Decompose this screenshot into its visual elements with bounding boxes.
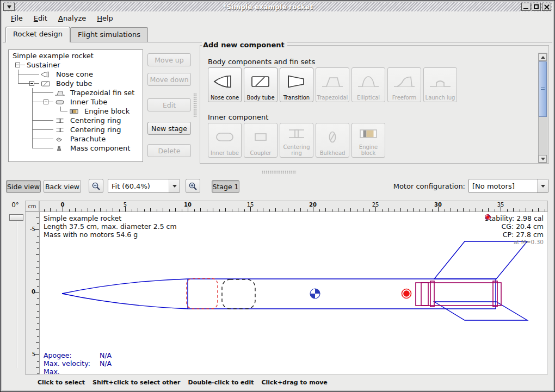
tree-row[interactable]: Inner Tube bbox=[11, 97, 143, 107]
move-down-button[interactable]: Move down bbox=[147, 73, 191, 86]
add-centering-ring-button[interactable]: Centering ring bbox=[280, 123, 313, 158]
component-button-label: Elliptical bbox=[357, 95, 380, 101]
status-hint: Click+drag to move bbox=[261, 379, 327, 386]
ruler-label: 5 bbox=[26, 351, 35, 357]
add-launch-lug-button[interactable]: Launch lug bbox=[423, 67, 457, 102]
rocket-canvas[interactable]: Simple example rocketLength 37.5 cm, max… bbox=[39, 211, 548, 375]
flight-stat-row: Apogee:N/A bbox=[44, 351, 112, 359]
rotation-slider-thumb[interactable] bbox=[9, 214, 23, 221]
ruler-label: 35 bbox=[495, 202, 507, 208]
flight-stats: Apogee:N/AMax. velocity:N/AMax. accelera… bbox=[44, 351, 112, 375]
flight-stat-row: Max. velocity:N/A bbox=[44, 359, 112, 368]
tree-row[interactable]: Parachute bbox=[11, 134, 143, 144]
motor-configuration-select[interactable]: [No motors] bbox=[468, 179, 548, 193]
rocket-design-panel: Simple example rocketSustainerNose coneB… bbox=[3, 42, 552, 170]
mach-note: at M=0.30 bbox=[485, 239, 544, 246]
component-button-label: Transition bbox=[283, 95, 310, 101]
status-hint: Click to select bbox=[38, 379, 85, 386]
horizontal-splitter-grip[interactable] bbox=[262, 170, 297, 173]
add-body-tube-button[interactable]: Body tube bbox=[244, 67, 278, 102]
add-elliptical-button[interactable]: Elliptical bbox=[351, 67, 385, 102]
close-button[interactable] bbox=[542, 3, 551, 11]
cp-marker bbox=[402, 289, 411, 298]
move-up-button[interactable]: Move up bbox=[147, 53, 191, 66]
tree-expander[interactable] bbox=[15, 63, 20, 67]
arrow-up-icon bbox=[541, 56, 545, 59]
edit-button[interactable]: Edit bbox=[147, 98, 191, 111]
component-button-label: Engine block bbox=[352, 144, 385, 156]
menu-item-edit[interactable]: Edit bbox=[29, 13, 52, 24]
tree-row[interactable]: Centering ring bbox=[11, 125, 143, 134]
component-button-label: Freeform bbox=[392, 95, 417, 101]
vertical-splitter-grip[interactable] bbox=[193, 93, 197, 117]
ruler-label: -5 bbox=[26, 226, 35, 232]
body-tube-icon bbox=[39, 80, 52, 88]
magnifier-minus-icon bbox=[91, 182, 101, 191]
stability-legend: Stability: 2.98 cal CG: 20.4 cm CP: 27.8… bbox=[485, 214, 544, 246]
ruler-unit-label: cm bbox=[25, 201, 39, 211]
new-stage-button[interactable]: New stage bbox=[147, 122, 191, 135]
tree-row[interactable]: Trapezoidal fin set bbox=[11, 88, 143, 97]
tree-expander[interactable] bbox=[44, 99, 48, 104]
rotation-slider-track[interactable] bbox=[16, 216, 17, 368]
horizontal-splitter[interactable] bbox=[3, 170, 552, 174]
tree-label: Trapezoidal fin set bbox=[70, 89, 134, 97]
tree-row[interactable]: Mass component bbox=[11, 144, 143, 153]
window-menu-button[interactable] bbox=[3, 3, 15, 11]
add-coupler-button[interactable]: Coupler bbox=[244, 123, 278, 158]
component-button-label: Launch lug bbox=[425, 95, 455, 101]
fin-trapezoidal-icon bbox=[320, 73, 344, 90]
zoom-out-button[interactable] bbox=[89, 179, 103, 193]
cp-row: CP: 27.8 cm bbox=[485, 231, 544, 239]
body-tube-icon bbox=[249, 73, 273, 90]
side-view-button[interactable]: Side view bbox=[6, 180, 41, 193]
tree-row[interactable]: Centering ring bbox=[11, 116, 143, 125]
menu-item-analyze[interactable]: Analyze bbox=[53, 13, 91, 24]
add-transition-button[interactable]: Transition bbox=[280, 67, 313, 102]
fin-trapezoidal-icon bbox=[53, 89, 66, 97]
add-component-group: Add new component Body components and fi… bbox=[200, 45, 549, 164]
tree-row[interactable]: Body tube bbox=[11, 79, 143, 88]
tree-row[interactable]: Nose cone bbox=[11, 70, 143, 79]
rotation-angle-label: 0° bbox=[6, 201, 24, 209]
tree-row[interactable]: Engine block bbox=[11, 107, 143, 116]
add-trapezoidal-button[interactable]: Trapezoidal bbox=[316, 67, 349, 102]
add-component-title: Add new component bbox=[202, 41, 287, 49]
fin-bottom-outline bbox=[434, 302, 527, 320]
add-bulkhead-button[interactable]: Bulkhead bbox=[316, 123, 349, 158]
tree-row[interactable]: Sustainer bbox=[11, 60, 143, 70]
menu-item-file[interactable]: File bbox=[6, 13, 28, 24]
zoom-level-select[interactable]: Fit (60.4%) bbox=[108, 179, 180, 193]
add-nose-cone-button[interactable]: Nose cone bbox=[208, 67, 242, 102]
scrollbar-thumb[interactable] bbox=[539, 61, 547, 117]
inner-tube-icon bbox=[53, 98, 66, 106]
rocket-info-line: Simple example rocket bbox=[44, 214, 177, 222]
scroll-up-button[interactable] bbox=[539, 53, 547, 61]
component-button-label: Inner tube bbox=[211, 150, 239, 156]
cp-value: CP: 27.8 cm bbox=[503, 231, 544, 239]
ruler-label: 25 bbox=[369, 202, 381, 208]
tree-row[interactable]: Simple example rocket bbox=[11, 51, 143, 60]
menu-item-help[interactable]: Help bbox=[92, 13, 118, 24]
cg-row: CG: 20.4 cm bbox=[485, 222, 544, 231]
component-scrollbar[interactable] bbox=[538, 53, 547, 163]
scroll-down-button[interactable] bbox=[539, 155, 547, 163]
add-freeform-button[interactable]: Freeform bbox=[387, 67, 421, 102]
view-toolbar: Side view Back view Fit (60.4%) Stage 1 … bbox=[3, 174, 552, 197]
back-view-button[interactable]: Back view bbox=[44, 180, 81, 193]
component-tree[interactable]: Simple example rocketSustainerNose coneB… bbox=[8, 49, 143, 162]
delete-button[interactable]: Delete bbox=[147, 144, 191, 157]
tab-rocket-design[interactable]: Rocket design bbox=[5, 27, 70, 42]
minimize-button[interactable] bbox=[521, 3, 531, 11]
titlebar[interactable]: *Simple example rocket bbox=[3, 2, 552, 11]
tab-flight-simulations[interactable]: Flight simulations bbox=[70, 27, 148, 42]
openrocket-window: *Simple example rocket FileEditAnalyzeHe… bbox=[0, 0, 555, 392]
stage-1-toggle[interactable]: Stage 1 bbox=[212, 180, 239, 193]
add-inner-tube-button[interactable]: Inner tube bbox=[208, 123, 242, 158]
component-button-label: Nose cone bbox=[211, 95, 239, 101]
add-engine-block-button[interactable]: Engine block bbox=[351, 123, 385, 158]
maximize-button[interactable] bbox=[532, 3, 541, 11]
zoom-in-button[interactable] bbox=[186, 179, 200, 193]
rocket-info-text: Simple example rocketLength 37.5 cm, max… bbox=[44, 214, 177, 239]
tree-expander[interactable] bbox=[29, 81, 34, 86]
